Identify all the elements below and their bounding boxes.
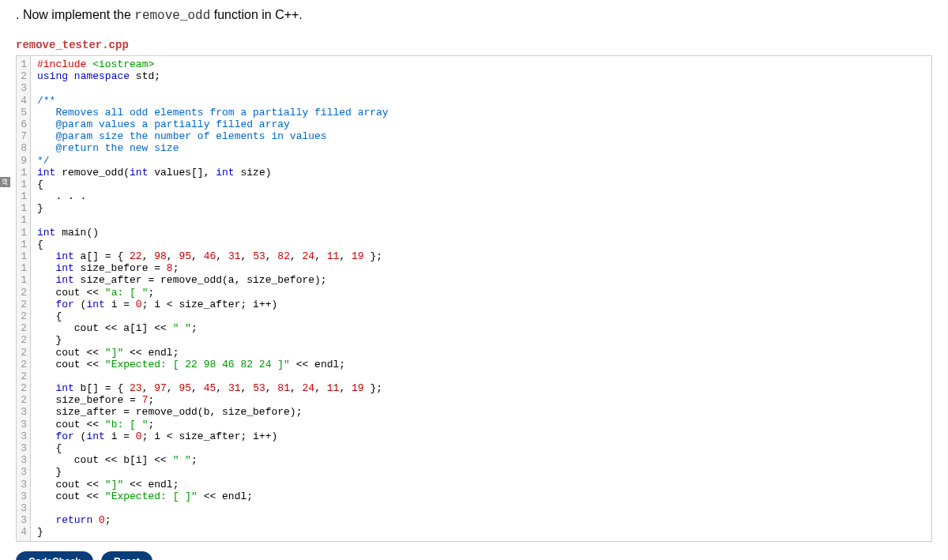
code-line[interactable]: @param values a partially filled array — [37, 118, 925, 130]
code-line[interactable]: @return the new size — [37, 142, 925, 154]
code-line[interactable]: } — [37, 202, 925, 214]
code-line[interactable]: { — [37, 310, 925, 322]
code-line[interactable]: } — [37, 466, 925, 478]
gutter-line-number: 1 — [20, 214, 27, 226]
gutter-line-number: 2 — [20, 322, 27, 334]
gutter-line-number: 1 — [20, 179, 27, 190]
code-line[interactable]: for (int i = 0; i < size_after; i++) — [37, 299, 925, 310]
instruction-code: remove_odd — [134, 9, 210, 23]
code-line[interactable]: { — [37, 179, 925, 190]
gutter-line-number: 2 — [20, 334, 27, 346]
code-line[interactable]: cout << "b: [ "; — [37, 419, 925, 430]
code-line[interactable]: int a[] = { 22, 98, 95, 46, 31, 53, 82, … — [37, 250, 925, 262]
code-line[interactable] — [37, 370, 925, 382]
gutter-line-number: 2 — [20, 299, 27, 310]
button-row: CodeCheck Reset — [0, 542, 948, 561]
code-content[interactable]: #include <iostream>using namespace std; … — [31, 56, 931, 541]
instruction-text: . Now implement the remove_odd function … — [0, 0, 948, 31]
code-line[interactable]: int size_after = remove_odd(a, size_befo… — [37, 274, 925, 286]
code-line[interactable]: cout << "Expected: [ 22 98 46 82 24 ]" <… — [37, 359, 925, 370]
line-gutter: 1234567891111111111222222222233333333334 — [17, 56, 31, 541]
gutter-line-number: 2 — [20, 347, 27, 359]
code-line[interactable]: Removes all odd elements from a partiall… — [37, 107, 925, 118]
code-line[interactable]: /** — [37, 95, 925, 107]
reset-button[interactable]: Reset — [101, 551, 152, 561]
code-line[interactable]: { — [37, 442, 925, 454]
gutter-line-number: 1 — [20, 250, 27, 262]
code-line[interactable]: } — [37, 526, 925, 538]
code-editor[interactable]: 1234567891111111111222222222233333333334… — [16, 55, 932, 542]
gutter-line-number: 2 — [20, 394, 27, 406]
code-line[interactable]: int b[] = { 23, 97, 95, 45, 31, 53, 81, … — [37, 382, 925, 394]
code-line[interactable]: cout << "]" << endl; — [37, 479, 925, 490]
code-line[interactable]: cout << "]" << endl; — [37, 347, 925, 359]
sidebar-tab: er — [0, 177, 10, 187]
gutter-line-number: 3 — [20, 490, 27, 502]
code-line[interactable]: using namespace std; — [37, 70, 925, 82]
gutter-line-number: 3 — [20, 406, 27, 418]
gutter-line-number: 1 — [20, 58, 27, 70]
code-line[interactable]: for (int i = 0; i < size_after; i++) — [37, 430, 925, 442]
gutter-line-number: 1 — [20, 274, 27, 286]
gutter-line-number: 1 — [20, 202, 27, 214]
gutter-line-number: 1 — [20, 239, 27, 250]
code-line[interactable]: return 0; — [37, 514, 925, 526]
filename-label: remove_tester.cpp — [0, 31, 948, 55]
code-line[interactable]: int size_before = 8; — [37, 262, 925, 274]
gutter-line-number: 3 — [20, 430, 27, 442]
code-line[interactable]: size_before = 7; — [37, 394, 925, 406]
code-line[interactable]: @param size the number of elements in va… — [37, 130, 925, 142]
code-line[interactable]: int remove_odd(int values[], int size) — [37, 167, 925, 179]
gutter-line-number: 6 — [20, 118, 27, 130]
code-line[interactable]: */ — [37, 155, 925, 167]
gutter-line-number: 2 — [20, 370, 27, 382]
instruction-suffix: function in C++. — [210, 8, 303, 21]
gutter-line-number: 2 — [20, 70, 27, 82]
gutter-line-number: 2 — [20, 359, 27, 370]
code-line[interactable]: } — [37, 334, 925, 346]
gutter-line-number: 3 — [20, 442, 27, 454]
gutter-line-number: 4 — [20, 95, 27, 107]
code-line[interactable] — [37, 214, 925, 226]
instruction-prefix: . Now implement the — [16, 8, 134, 21]
code-line[interactable]: cout << a[i] << " "; — [37, 322, 925, 334]
gutter-line-number: 2 — [20, 310, 27, 322]
gutter-line-number: 2 — [20, 382, 27, 394]
code-line[interactable]: #include <iostream> — [37, 58, 925, 70]
gutter-line-number: 3 — [20, 466, 27, 478]
code-line[interactable]: int main() — [37, 227, 925, 239]
gutter-line-number: 8 — [20, 142, 27, 154]
code-line[interactable]: . . . — [37, 190, 925, 202]
gutter-line-number: 3 — [20, 82, 27, 94]
gutter-line-number: 3 — [20, 454, 27, 466]
gutter-line-number: 3 — [20, 514, 27, 526]
code-line[interactable] — [37, 82, 925, 94]
code-line[interactable]: { — [37, 239, 925, 250]
gutter-line-number: 3 — [20, 419, 27, 430]
code-line[interactable] — [37, 502, 925, 514]
gutter-line-number: 1 — [20, 190, 27, 202]
gutter-line-number: 2 — [20, 287, 27, 299]
code-line[interactable]: size_after = remove_odd(b, size_before); — [37, 406, 925, 418]
gutter-line-number: 1 — [20, 227, 27, 239]
code-line[interactable]: cout << "a: [ "; — [37, 287, 925, 299]
gutter-line-number: 9 — [20, 155, 27, 167]
gutter-line-number: 1 — [20, 262, 27, 274]
gutter-line-number: 7 — [20, 130, 27, 142]
gutter-line-number: 3 — [20, 479, 27, 490]
gutter-line-number: 3 — [20, 502, 27, 514]
code-line[interactable]: cout << "Expected: [ ]" << endl; — [37, 490, 925, 502]
codecheck-button[interactable]: CodeCheck — [16, 551, 93, 561]
gutter-line-number: 1 — [20, 167, 27, 179]
gutter-line-number: 4 — [20, 526, 27, 538]
code-line[interactable]: cout << b[i] << " "; — [37, 454, 925, 466]
gutter-line-number: 5 — [20, 107, 27, 118]
